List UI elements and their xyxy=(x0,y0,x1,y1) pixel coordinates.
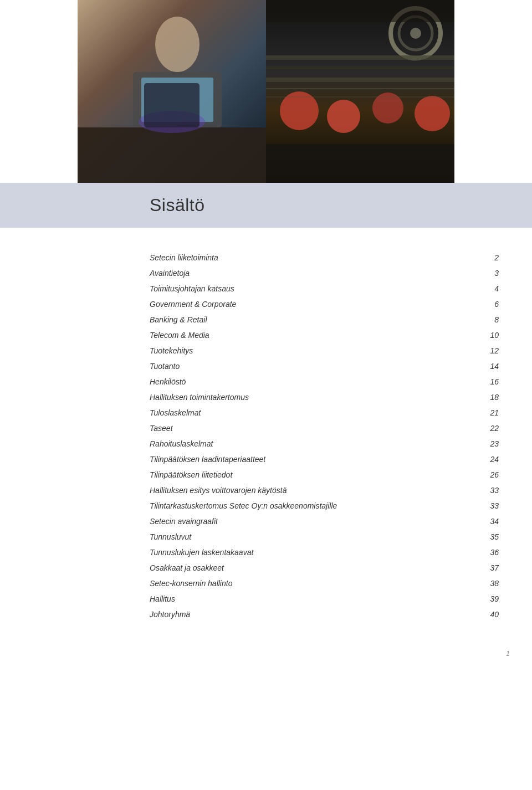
toc-item-title: Rahoituslaskelmat xyxy=(150,439,477,448)
toc-row: Setec-konsernin hallinto38 xyxy=(150,576,499,591)
toc-item-page: 8 xyxy=(477,315,499,324)
toc-item-title: Tunnuslukujen laskentakaavat xyxy=(150,548,477,557)
toc-item-title: Tilinpäätöksen liitetiedot xyxy=(150,470,477,479)
toc-item-page: 16 xyxy=(477,377,499,386)
page-container: Sisältö Setecin liiketoiminta2Avaintieto… xyxy=(0,0,532,669)
toc-row: Tilintarkastuskertomus Setec Oy:n osakke… xyxy=(150,498,499,514)
toc-item-title: Tuloslaskelmat xyxy=(150,408,477,417)
toc-row: Osakkaat ja osakkeet37 xyxy=(150,560,499,576)
toc-item-page: 23 xyxy=(477,439,499,448)
toc-item-page: 22 xyxy=(477,424,499,433)
svg-point-1 xyxy=(155,17,200,72)
toc-row: Taseet22 xyxy=(150,420,499,436)
toc-row: Setecin avaingraafit34 xyxy=(150,514,499,529)
toc-item-title: Tuotanto xyxy=(150,362,477,371)
toc-item-title: Telecom & Media xyxy=(150,331,477,340)
footer-page-number: 1 xyxy=(0,644,532,669)
svg-rect-13 xyxy=(266,66,454,69)
toc-item-title: Henkilöstö xyxy=(150,377,477,386)
toc-item-title: Tuotekehitys xyxy=(150,346,477,355)
toc-row: Setecin liiketoiminta2 xyxy=(150,250,499,265)
page-title: Sisältö xyxy=(150,195,499,216)
toc-item-title: Setecin liiketoiminta xyxy=(150,253,477,262)
svg-rect-19 xyxy=(266,144,454,183)
toc-item-page: 24 xyxy=(477,455,499,464)
toc-row: Government & Corporate6 xyxy=(150,296,499,312)
toc-item-page: 21 xyxy=(477,408,499,417)
toc-item-title: Osakkaat ja osakkeet xyxy=(150,563,477,572)
toc-row: Tuotekehitys12 xyxy=(150,343,499,358)
image-left xyxy=(78,0,266,183)
toc-item-page: 12 xyxy=(477,346,499,355)
toc-item-title: Tilintarkastuskertomus Setec Oy:n osakke… xyxy=(150,501,477,510)
toc-row: Tuloslaskelmat21 xyxy=(150,405,499,420)
toc-item-title: Government & Corporate xyxy=(150,300,477,309)
svg-rect-12 xyxy=(266,55,454,60)
toc-item-page: 35 xyxy=(477,532,499,541)
toc-item-title: Avaintietoja xyxy=(150,269,477,278)
toc-item-page: 6 xyxy=(477,300,499,309)
toc-item-page: 14 xyxy=(477,362,499,371)
toc-item-page: 3 xyxy=(477,269,499,278)
toc-item-title: Setecin avaingraafit xyxy=(150,517,477,526)
toc-item-title: Tilinpäätöksen laadintaperiaatteet xyxy=(150,455,477,464)
toc-item-page: 33 xyxy=(477,501,499,510)
toc-item-page: 2 xyxy=(477,253,499,262)
toc-row: Telecom & Media10 xyxy=(150,327,499,343)
svg-rect-14 xyxy=(266,78,454,82)
toc-row: Tilinpäätöksen liitetiedot26 xyxy=(150,467,499,483)
toc-item-page: 26 xyxy=(477,470,499,479)
toc-item-page: 18 xyxy=(477,393,499,402)
toc-item-title: Hallituksen esitys voittovarojen käytöst… xyxy=(150,486,477,495)
toc-row: Henkilöstö16 xyxy=(150,374,499,389)
svg-rect-5 xyxy=(78,127,266,183)
svg-point-11 xyxy=(410,28,421,39)
toc-table: Setecin liiketoiminta2Avaintietoja3Toimi… xyxy=(150,250,499,622)
toc-item-title: Setec-konsernin hallinto xyxy=(150,579,477,588)
toc-item-page: 37 xyxy=(477,563,499,572)
toc-item-page: 34 xyxy=(477,517,499,526)
toc-item-page: 38 xyxy=(477,579,499,588)
toc-item-page: 40 xyxy=(477,610,499,619)
toc-row: Tilinpäätöksen laadintaperiaatteet24 xyxy=(150,452,499,467)
toc-row: Johtoryhmä40 xyxy=(150,607,499,622)
image-section xyxy=(0,0,532,183)
svg-point-18 xyxy=(415,96,450,131)
toc-item-title: Johtoryhmä xyxy=(150,610,477,619)
toc-item-title: Hallitus xyxy=(150,594,477,603)
toc-row: Hallituksen toimintakertomus18 xyxy=(150,389,499,405)
toc-item-title: Toimitusjohtajan katsaus xyxy=(150,284,477,293)
toc-item-page: 33 xyxy=(477,486,499,495)
toc-item-title: Taseet xyxy=(150,424,477,433)
toc-row: Avaintietoja3 xyxy=(150,265,499,281)
toc-item-page: 4 xyxy=(477,284,499,293)
svg-rect-7 xyxy=(144,83,200,127)
toc-item-page: 39 xyxy=(477,594,499,603)
toc-row: Banking & Retail8 xyxy=(150,312,499,327)
toc-row: Rahoituslaskelmat23 xyxy=(150,436,499,452)
svg-point-16 xyxy=(327,100,360,133)
toc-item-title: Banking & Retail xyxy=(150,315,477,324)
photo-left-simulation xyxy=(78,0,266,183)
section-header: Sisältö xyxy=(0,183,532,228)
toc-row: Tuotanto14 xyxy=(150,358,499,374)
toc-item-page: 36 xyxy=(477,548,499,557)
toc-item-title: Tunnusluvut xyxy=(150,532,477,541)
toc-row: Tunnuslukujen laskentakaavat36 xyxy=(150,545,499,560)
toc-item-title: Hallituksen toimintakertomus xyxy=(150,393,477,402)
image-right xyxy=(266,0,454,183)
toc-content: Setecin liiketoiminta2Avaintietoja3Toimi… xyxy=(0,228,532,644)
toc-row: Hallituksen esitys voittovarojen käytöst… xyxy=(150,483,499,498)
toc-item-page: 10 xyxy=(477,331,499,340)
photo-right-simulation xyxy=(266,0,454,183)
toc-row: Toimitusjohtajan katsaus4 xyxy=(150,281,499,296)
toc-row: Hallitus39 xyxy=(150,591,499,607)
svg-rect-20 xyxy=(266,0,454,22)
toc-row: Tunnusluvut35 xyxy=(150,529,499,545)
